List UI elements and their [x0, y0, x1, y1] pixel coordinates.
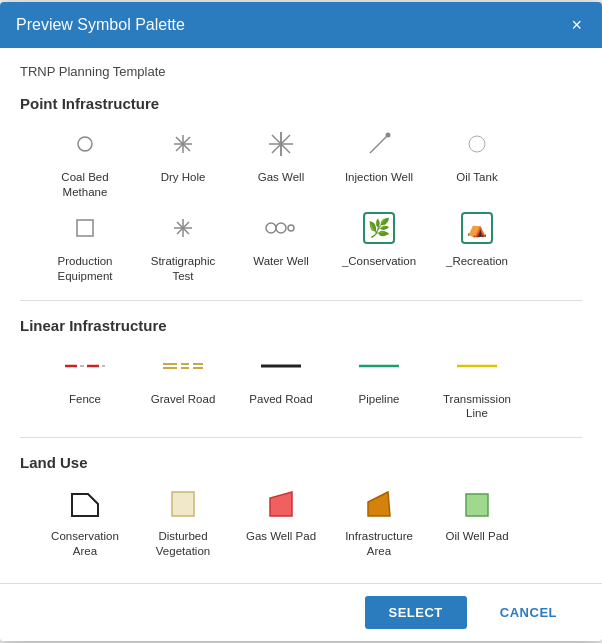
symbol-water-well: Water Well [236, 208, 326, 284]
svg-text:🌿: 🌿 [368, 217, 391, 239]
oil-well-pad-label: Oil Well Pad [445, 529, 508, 544]
transmission-line-icon [457, 346, 497, 386]
symbol-infrastructure-area: InfrastructureArea [334, 483, 424, 559]
symbol-transmission-line: TransmissionLine [432, 346, 522, 422]
infrastructure-area-icon [359, 483, 399, 523]
cross4-svg [172, 133, 194, 155]
infrastructure-area-label: InfrastructureArea [345, 529, 413, 559]
diagonal-svg [364, 129, 394, 159]
svg-point-12 [469, 136, 485, 152]
symbol-paved-road: Paved Road [236, 346, 326, 422]
pipeline-icon [359, 346, 399, 386]
disturbed-poly-svg [164, 484, 202, 522]
symbol-oil-tank: Oil Tank [432, 124, 522, 200]
dry-hole-label: Dry Hole [161, 170, 206, 185]
paved-road-label: Paved Road [249, 392, 312, 407]
svg-marker-38 [72, 494, 98, 516]
symbol-coal-bed-methane: Coal BedMethane [40, 124, 130, 200]
cancel-button[interactable]: CANCEL [475, 596, 582, 629]
svg-point-18 [266, 223, 276, 233]
square-empty-svg [75, 218, 95, 238]
conservation-area-icon [65, 483, 105, 523]
gas-well-label: Gas Well [258, 170, 304, 185]
stratigraphic-test-label: StratigraphicTest [151, 254, 216, 284]
oil-tank-icon [457, 124, 497, 164]
landuse-symbol-grid: ConservationArea DisturbedVegetation Gas… [20, 483, 582, 559]
symbol-disturbed-vegetation: DisturbedVegetation [138, 483, 228, 559]
gravel-svg [163, 359, 203, 373]
gravel-road-icon [163, 346, 203, 386]
gas-well-pad-label: Gas Well Pad [246, 529, 316, 544]
select-button[interactable]: SELECT [365, 596, 467, 629]
water-well-label: Water Well [253, 254, 309, 269]
dry-hole-icon [163, 124, 203, 164]
symbol-conservation: 🌿 _Conservation [334, 208, 424, 284]
conservation-icon: 🌿 [359, 208, 399, 248]
symbol-pipeline: Pipeline [334, 346, 424, 422]
dialog: Preview Symbol Palette × TRNP Planning T… [0, 2, 602, 642]
dialog-header: Preview Symbol Palette × [0, 2, 602, 48]
symbol-conservation-area: ConservationArea [40, 483, 130, 559]
symbol-gas-well-pad: Gas Well Pad [236, 483, 326, 559]
production-equipment-label: ProductionEquipment [58, 254, 113, 284]
recreation-icon: ⛺ [457, 208, 497, 248]
dialog-footer: SELECT CANCEL [0, 583, 602, 641]
dialog-title: Preview Symbol Palette [16, 16, 185, 34]
symbol-fence: Fence [40, 346, 130, 422]
pipeline-label: Pipeline [359, 392, 400, 407]
symbol-oil-well-pad: Oil Well Pad [432, 483, 522, 559]
symbol-injection-well: Injection Well [334, 124, 424, 200]
recreation-svg: ⛺ [460, 211, 494, 245]
infra-poly-svg [360, 484, 398, 522]
injection-well-label: Injection Well [345, 170, 413, 185]
fence-icon [65, 346, 105, 386]
recreation-label: _Recreation [446, 254, 508, 269]
transmission-svg [457, 361, 497, 371]
gas-well-icon [261, 124, 301, 164]
oil-well-pad-icon [457, 483, 497, 523]
section-point-title: Point Infrastructure [20, 95, 582, 112]
injection-well-icon [359, 124, 399, 164]
asterisk-svg [267, 130, 295, 158]
cross-sm-svg [172, 217, 194, 239]
point-symbol-grid: Coal BedMethane Dry Hole [20, 124, 582, 284]
symbol-dry-hole: Dry Hole [138, 124, 228, 200]
symbol-recreation: ⛺ _Recreation [432, 208, 522, 284]
divider-point-linear [20, 300, 582, 301]
svg-line-10 [370, 135, 388, 153]
template-name: TRNP Planning Template [20, 64, 582, 79]
svg-text:⛺: ⛺ [467, 219, 487, 238]
svg-marker-42 [466, 494, 488, 516]
circle-thin-svg [467, 134, 487, 154]
symbol-gas-well: Gas Well [236, 124, 326, 200]
svg-marker-39 [172, 492, 194, 516]
coal-bed-methane-icon [65, 124, 105, 164]
water-well-icon [261, 208, 301, 248]
svg-point-20 [288, 225, 294, 231]
svg-marker-40 [270, 492, 292, 516]
svg-marker-41 [368, 492, 390, 516]
svg-rect-13 [77, 220, 93, 236]
nature-svg: 🌿 [362, 211, 396, 245]
fence-label: Fence [69, 392, 101, 407]
gas-poly-svg [262, 484, 300, 522]
symbol-production-equipment: ProductionEquipment [40, 208, 130, 284]
svg-point-0 [78, 137, 92, 151]
oil-poly-svg [458, 484, 496, 522]
section-linear-title: Linear Infrastructure [20, 317, 582, 334]
stratigraphic-test-icon [163, 208, 203, 248]
paved-road-icon [261, 346, 301, 386]
close-button[interactable]: × [567, 14, 586, 36]
conservation-poly-svg [66, 484, 104, 522]
gravel-road-label: Gravel Road [151, 392, 216, 407]
disturbed-vegetation-label: DisturbedVegetation [156, 529, 210, 559]
svg-point-11 [386, 132, 391, 137]
coal-bed-methane-label: Coal BedMethane [61, 170, 108, 200]
conservation-label: _Conservation [342, 254, 416, 269]
disturbed-vegetation-icon [163, 483, 203, 523]
fence-svg [65, 359, 105, 373]
transmission-line-label: TransmissionLine [443, 392, 511, 422]
conservation-area-label: ConservationArea [51, 529, 119, 559]
circles-svg [265, 219, 297, 237]
gas-well-pad-icon [261, 483, 301, 523]
